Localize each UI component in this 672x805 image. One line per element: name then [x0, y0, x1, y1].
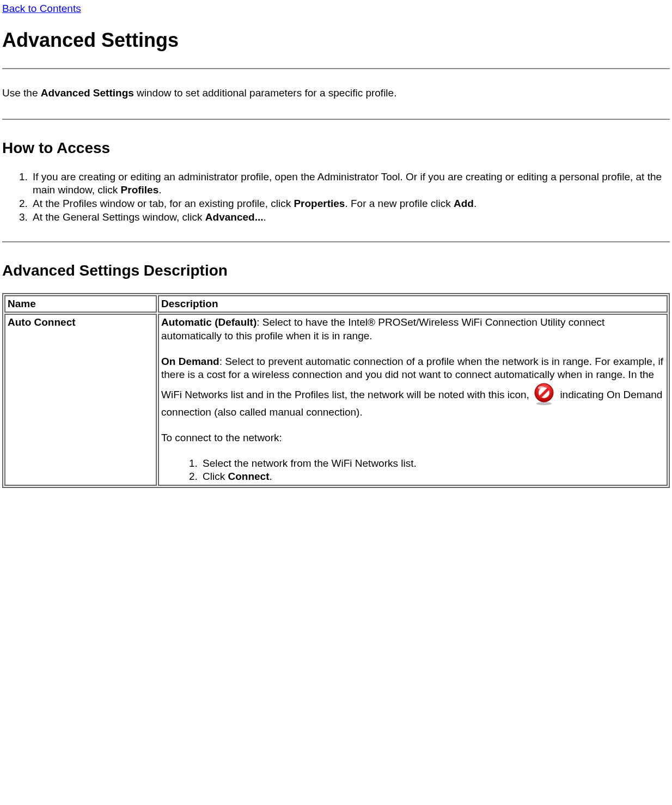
step-bold: Profiles: [121, 184, 159, 196]
auto-connect-on-demand: On Demand: Select to prevent automatic c…: [161, 355, 664, 419]
back-to-contents-link[interactable]: Back to Contents: [2, 3, 81, 14]
divider: [2, 241, 670, 242]
step-text: .: [269, 471, 272, 482]
option-label: On Demand: [161, 356, 219, 367]
description-heading: Advanced Settings Description: [2, 261, 670, 280]
table-header-description: Description: [158, 295, 668, 313]
step-text: Click: [203, 471, 228, 482]
table-cell-description: Automatic (Default): Select to have the …: [158, 314, 668, 486]
how-to-access-heading: How to Access: [2, 138, 670, 158]
setting-name: Auto Connect: [8, 316, 76, 328]
step-bold: Add: [454, 198, 474, 209]
table-cell-name: Auto Connect: [4, 314, 157, 486]
step-text: At the General Settings window, click: [33, 211, 205, 223]
table-row: Auto Connect Automatic (Default): Select…: [4, 314, 668, 486]
svg-point-4: [538, 386, 545, 389]
connect-step-2: Click Connect.: [200, 470, 664, 484]
access-step-1: If you are creating or editing an admini…: [30, 170, 670, 197]
access-steps-list: If you are creating or editing an admini…: [2, 170, 670, 224]
divider: [2, 68, 670, 69]
table-header-name: Name: [4, 295, 157, 313]
step-text: .: [158, 184, 161, 196]
divider: [2, 119, 670, 120]
step-text: At the Profiles window or tab, for an ex…: [33, 198, 294, 209]
intro-text-post: window to set additional parameters for …: [134, 87, 397, 99]
page-title: Advanced Settings: [2, 28, 670, 53]
step-bold: Advanced...: [205, 211, 264, 223]
on-demand-icon: [532, 382, 556, 406]
step-text: . For a new profile click: [345, 198, 454, 209]
svg-point-0: [536, 402, 552, 405]
table-header-row: Name Description: [4, 295, 668, 313]
connect-step-1: Select the network from the WiFi Network…: [200, 457, 664, 471]
access-step-3: At the General Settings window, click Ad…: [30, 211, 670, 224]
step-bold: Properties: [294, 198, 345, 209]
access-step-2: At the Profiles window or tab, for an ex…: [30, 197, 670, 211]
option-label: Automatic (Default): [161, 316, 256, 328]
step-bold: Connect: [228, 471, 269, 482]
step-text: .: [474, 198, 476, 209]
intro-paragraph: Use the Advanced Settings window to set …: [2, 87, 670, 100]
auto-connect-automatic: Automatic (Default): Select to have the …: [161, 316, 664, 343]
connect-steps-list: Select the network from the WiFi Network…: [161, 457, 664, 484]
intro-text-pre: Use the: [2, 87, 41, 99]
to-connect-label: To connect to the network:: [161, 431, 664, 445]
intro-bold: Advanced Settings: [41, 87, 134, 99]
step-text: .: [263, 211, 266, 223]
settings-table: Name Description Auto Connect Automatic …: [2, 293, 670, 488]
